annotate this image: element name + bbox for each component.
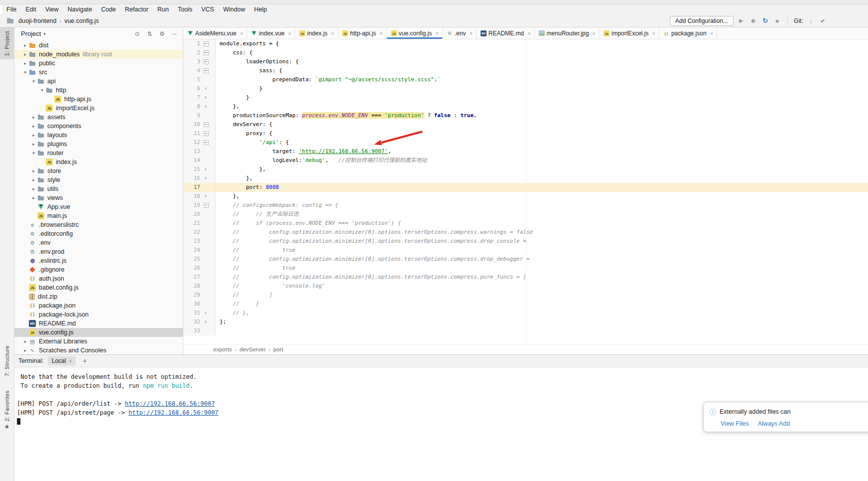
- tree-item-dist[interactable]: ▸dist: [14, 41, 183, 50]
- breadcrumb-item[interactable]: vue.config.js: [63, 17, 100, 24]
- fold-end-icon[interactable]: [200, 174, 211, 183]
- fold-collapse-icon[interactable]: [200, 138, 211, 147]
- code-line-27[interactable]: 27 // config.optimization.minimizer[0].o…: [183, 273, 868, 282]
- fold-end-icon[interactable]: [200, 93, 211, 102]
- editor-tab-AsideMenu.vue[interactable]: AsideMenu.vue×: [183, 27, 247, 39]
- tree-item-api[interactable]: ▾api: [14, 77, 183, 86]
- fold-end-icon[interactable]: [200, 84, 211, 93]
- menu-item-vcs[interactable]: VCS: [197, 6, 219, 13]
- tree-item-vue.config.js[interactable]: vue.config.js: [14, 328, 183, 337]
- tree-item-plugins[interactable]: ▸plugins: [14, 140, 183, 149]
- code-line-24[interactable]: 24 // true: [183, 246, 868, 255]
- chevron-collapsed-icon[interactable]: ▸: [30, 177, 37, 182]
- close-icon[interactable]: ×: [379, 30, 382, 36]
- code-line-30[interactable]: 30 // }: [183, 300, 868, 309]
- code-line-1[interactable]: 1module.exports = {: [183, 39, 868, 48]
- code-line-16[interactable]: 16 },: [183, 174, 868, 183]
- editor-tab-index.js[interactable]: index.js×: [295, 27, 338, 39]
- fold-collapse-icon[interactable]: [200, 66, 211, 75]
- close-icon[interactable]: ×: [469, 30, 472, 36]
- close-icon[interactable]: ×: [331, 30, 334, 36]
- tree-item-.browserslistrc[interactable]: .browserslistrc: [14, 220, 183, 229]
- terminal-link[interactable]: http://192.168.66.56:9007: [128, 409, 219, 416]
- tree-item-node_modules[interactable]: ▸node_moduleslibrary root: [14, 50, 183, 59]
- code-line-15[interactable]: 15 },: [183, 165, 868, 174]
- tree-item-App.vue[interactable]: App.vue: [14, 202, 183, 211]
- run-icon[interactable]: ▶: [737, 17, 745, 24]
- code-line-22[interactable]: 22 // config.optimization.minimizer[0].o…: [183, 228, 868, 237]
- fold-end-icon[interactable]: [200, 318, 211, 326]
- tree-item-package-lock.json[interactable]: package-lock.json: [14, 310, 183, 319]
- tree-item-http-api.js[interactable]: http-api.js: [14, 95, 183, 104]
- chevron-collapsed-icon[interactable]: ▸: [21, 52, 29, 57]
- chevron-collapsed-icon[interactable]: ▸: [21, 61, 29, 66]
- project-view-selector[interactable]: Project ▾: [21, 30, 131, 37]
- tree-item-store[interactable]: ▸store: [14, 166, 183, 175]
- locate-file-icon[interactable]: ⊙: [131, 30, 143, 37]
- tree-item-External Libraries[interactable]: ▸External Libraries: [14, 337, 183, 346]
- code-line-3[interactable]: 3 loaderOptions: {: [183, 57, 868, 66]
- hide-panel-icon[interactable]: ─: [168, 30, 181, 37]
- code-area[interactable]: 1module.exports = {2 css: {3 loaderOptio…: [183, 39, 868, 344]
- chevron-collapsed-icon[interactable]: ▸: [30, 124, 37, 129]
- close-icon[interactable]: ×: [652, 30, 655, 36]
- code-line-19[interactable]: 19 // configureWebpack: config => {: [183, 201, 868, 210]
- breadcrumb-devServer[interactable]: devServer: [240, 346, 265, 352]
- fold-collapse-icon[interactable]: [200, 129, 211, 138]
- tree-item-components[interactable]: ▸components: [14, 122, 183, 131]
- terminal-link[interactable]: http://192.168.66.56:9007: [125, 400, 215, 407]
- chevron-expanded-icon[interactable]: ▾: [21, 70, 29, 75]
- editor-tab-package.json[interactable]: package.json×: [659, 27, 717, 39]
- code-line-2[interactable]: 2 css: {: [183, 48, 868, 57]
- tool-button-project[interactable]: 1: Project: [0, 27, 14, 59]
- code-line-20[interactable]: 20 // // 生产去除日志: [183, 210, 868, 219]
- menu-item-edit[interactable]: Edit: [21, 6, 41, 13]
- menu-item-file[interactable]: File: [2, 6, 21, 13]
- chevron-collapsed-icon[interactable]: ▸: [30, 168, 37, 173]
- tree-item-README.md[interactable]: README.md: [14, 319, 183, 328]
- chevron-collapsed-icon[interactable]: ▸: [30, 186, 37, 191]
- new-terminal-tab-button[interactable]: +: [81, 357, 89, 365]
- close-icon[interactable]: ×: [240, 30, 243, 36]
- chevron-collapsed-icon[interactable]: ▸: [30, 115, 37, 120]
- tree-item-layouts[interactable]: ▸layouts: [14, 131, 183, 140]
- tree-item-.gitignore[interactable]: .gitignore: [14, 265, 183, 274]
- tree-item-views[interactable]: ▸views: [14, 193, 183, 202]
- tree-item-index.js[interactable]: index.js: [14, 158, 183, 166]
- close-icon[interactable]: ×: [69, 358, 72, 364]
- code-line-17[interactable]: 17 port: 8008: [183, 183, 868, 192]
- chevron-collapsed-icon[interactable]: ▸: [21, 339, 29, 344]
- code-line-31[interactable]: 31 // },: [183, 309, 868, 318]
- close-icon[interactable]: ×: [288, 30, 291, 36]
- tree-item-importExcel.js[interactable]: importExcel.js: [14, 104, 183, 113]
- editor-tab-importExcel.js[interactable]: importExcel.js×: [600, 27, 659, 39]
- code-line-9[interactable]: 9 productionSourceMap: process.env.NODE_…: [183, 111, 868, 120]
- menu-item-window[interactable]: Window: [219, 6, 249, 13]
- code-line-11[interactable]: 11 proxy: {: [183, 129, 868, 138]
- close-icon[interactable]: ×: [435, 30, 438, 36]
- close-icon[interactable]: ×: [527, 30, 530, 36]
- code-line-18[interactable]: 18 },: [183, 192, 868, 201]
- code-line-4[interactable]: 4 sass: {: [183, 66, 868, 75]
- close-icon[interactable]: ×: [592, 30, 595, 36]
- code-line-33[interactable]: 33: [183, 326, 868, 335]
- chevron-collapsed-icon[interactable]: ▸: [30, 195, 37, 200]
- tree-item-dist.zip[interactable]: dist.zip: [14, 292, 183, 301]
- chevron-expanded-icon[interactable]: ▾: [30, 151, 37, 156]
- code-line-28[interactable]: 28 // 'console.log': [183, 282, 868, 291]
- editor-tab-http-api.js[interactable]: http-api.js×: [338, 27, 386, 39]
- code-line-29[interactable]: 29 // ]: [183, 291, 868, 300]
- fold-end-icon[interactable]: [200, 192, 211, 201]
- code-line-5[interactable]: 5 prependData: `@import "~@/assets/scss/…: [183, 75, 868, 84]
- menu-item-help[interactable]: Help: [249, 6, 271, 13]
- code-line-25[interactable]: 25 // config.optimization.minimizer[0].o…: [183, 255, 868, 264]
- chevron-collapsed-icon[interactable]: ▸: [30, 133, 37, 138]
- code-line-14[interactable]: 14 logLevel:'debug', //控制台终端打印代理前的真实地址: [183, 156, 868, 165]
- chevron-collapsed-icon[interactable]: ▸: [30, 142, 37, 147]
- chevron-expanded-icon[interactable]: ▾: [38, 88, 46, 93]
- tree-item-assets[interactable]: ▸assets: [14, 113, 183, 122]
- fold-end-icon[interactable]: [200, 309, 211, 318]
- editor-tab-index.vue[interactable]: index.vue×: [247, 27, 295, 39]
- notification-action-always-add[interactable]: Always Add: [758, 420, 790, 427]
- tree-item-src[interactable]: ▾src: [14, 68, 183, 77]
